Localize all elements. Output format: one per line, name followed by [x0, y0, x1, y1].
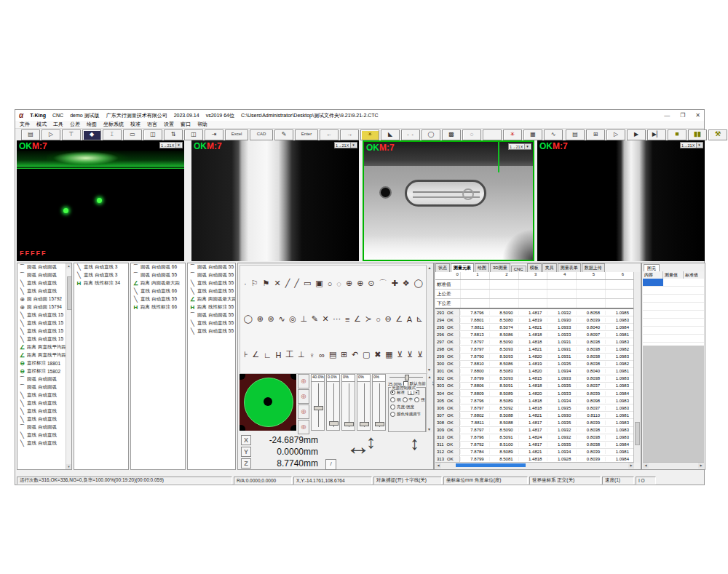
camera-view-2[interactable]: OKM:7 1→21X▾ — [191, 140, 359, 261]
table-row[interactable]: 310OK7.87968.50911.48241.09320.80381.098… — [435, 434, 634, 442]
table-row[interactable]: 297OK7.87978.50901.48181.09310.80381.098… — [435, 338, 634, 346]
toolbar-pen-button[interactable]: ✎ — [274, 129, 293, 140]
table-row[interactable]: 302OK7.87998.50931.48151.09330.80381.098… — [435, 375, 634, 383]
toolbar-star-button[interactable]: ✳ — [503, 129, 522, 140]
list-item[interactable]: ∠距离内圆弧最大距 — [131, 279, 185, 287]
table-row[interactable]: 303OK7.88068.50911.48181.09350.80371.098… — [435, 383, 634, 390]
toolbar-excel-button[interactable]: Excel — [225, 129, 248, 140]
toolbar-move-button[interactable]: ⇥ — [205, 129, 223, 140]
palette-tool-1-10[interactable]: ∠ — [354, 314, 361, 324]
toolbar-probe-button[interactable]: ◆ — [82, 129, 101, 140]
palette-tool-2-10[interactable]: ↶ — [352, 350, 358, 359]
list-item[interactable]: ╲直线自动直线 — [17, 391, 71, 399]
table-row[interactable]: 295OK7.88118.50741.48211.09330.80401.098… — [435, 324, 634, 331]
element-row[interactable] — [643, 335, 704, 343]
radio-weak[interactable] — [390, 397, 395, 402]
element-row[interactable] — [643, 311, 704, 319]
camera2-zoom-select[interactable]: 1→21X▾ — [334, 142, 357, 148]
table-row[interactable]: 299OK7.87908.50931.48201.09310.80381.098… — [435, 354, 634, 361]
slider-thumb[interactable] — [314, 406, 323, 410]
menu-item-5[interactable]: 坐标系统 — [103, 121, 124, 128]
list-item[interactable]: ⊖直径标注18801 — [17, 359, 71, 367]
slider-thumb[interactable] — [375, 422, 384, 426]
palette-tool-1-16[interactable]: ⊾ — [416, 314, 423, 324]
toolbar-matrix-button[interactable]: ▦ — [523, 129, 542, 140]
palette-tool-0-4[interactable]: ╱ — [285, 279, 290, 288]
list-item[interactable]: ∠距离两直线平均距 — [17, 351, 71, 359]
element-row[interactable] — [643, 319, 704, 327]
palette-tool-0-1[interactable]: ⚐ — [251, 279, 258, 288]
table-tab-2[interactable]: 绘图 — [475, 263, 489, 272]
list-item[interactable]: ⌒圆弧自动圆弧 — [17, 263, 71, 271]
toolbar-arrow-right-button[interactable]: → — [340, 129, 359, 140]
light-slider-0[interactable]: 40.0% — [311, 374, 325, 431]
palette-tool-2-3[interactable]: Η — [276, 351, 282, 359]
toolbar-play-to-end-button[interactable]: ▶▏ — [647, 129, 666, 140]
palette-tool-2-16[interactable]: ⊻ — [417, 350, 423, 359]
table-row[interactable]: 312OK7.87848.50891.48211.09340.80391.098… — [435, 449, 634, 456]
palette-tool-0-9[interactable]: ◌ — [336, 279, 341, 288]
palette-tool-1-2[interactable]: ⊛ — [268, 314, 274, 324]
menu-item-8[interactable]: 设置 — [164, 121, 174, 128]
toolbar-open-button[interactable]: ▷ — [41, 129, 60, 140]
list-item[interactable]: ⌒圆弧自动圆弧 55 — [188, 311, 235, 319]
scroll-right-icon[interactable]: ▶ — [698, 463, 704, 469]
palette-tool-2-2[interactable]: ∟ — [264, 351, 272, 359]
list-scrollbar[interactable]: ▲▼ — [66, 263, 71, 469]
list-item[interactable]: ╲直线自动直线 — [17, 431, 71, 439]
toolbar-hammer-button[interactable]: ⚒ — [708, 129, 727, 140]
list-item[interactable]: ╲直线自动直线 15 — [17, 335, 71, 343]
chevron-down-icon[interactable]: ▾ — [696, 143, 702, 148]
table-tab-0[interactable]: 状态 — [435, 263, 450, 272]
camera4-zoom-select[interactable]: 1→21X▾ — [680, 142, 703, 148]
scroll-left-icon[interactable]: ◀ — [435, 463, 441, 469]
light-slider-4[interactable]: 0% — [372, 374, 386, 431]
ring-segment-button-1[interactable]: ◎ — [298, 374, 309, 388]
chevron-down-icon[interactable]: ▾ — [175, 143, 181, 148]
list-item[interactable]: ╲直线自动直线 15 — [17, 319, 71, 327]
table-tab-7[interactable]: 测量表单 — [558, 263, 581, 272]
table-row[interactable]: 306OK7.87978.50921.48181.09350.80371.098… — [435, 404, 634, 412]
palette-tool-2-1[interactable]: ∠ — [252, 350, 259, 359]
mode-combobox[interactable]: 1▾ — [408, 390, 419, 395]
list-item[interactable]: ⌒圆弧自动圆弧 55 — [188, 271, 235, 279]
toolbar-tool-b-button[interactable]: ◫ — [143, 129, 162, 140]
table-horizontal-scrollbar[interactable]: ◀ ▶ — [435, 462, 634, 469]
palette-tool-1-7[interactable]: ✕ — [322, 314, 328, 324]
palette-tool-0-3[interactable]: ✕ — [274, 279, 280, 288]
list-item[interactable]: ╲直线自动直线 55 — [188, 287, 235, 295]
menu-item-10[interactable]: 帮助 — [197, 121, 207, 128]
table-tab-4[interactable]: CNC — [511, 266, 526, 272]
palette-tool-1-1[interactable]: ⊕ — [257, 314, 264, 324]
palette-tool-0-6[interactable]: ▭ — [304, 279, 311, 288]
light-slider-1[interactable]: 0.0% — [326, 374, 340, 431]
toolbar-pause-button[interactable]: ▮▮ — [688, 129, 707, 140]
palette-tool-2-6[interactable]: ♀ — [309, 351, 314, 359]
toolbar-updown-button[interactable]: ⇅ — [164, 129, 183, 140]
list-item[interactable]: ⊕圆自动圆 15794 — [17, 303, 71, 311]
list-item[interactable]: ⊕圆自动圆 15792 — [17, 295, 71, 303]
minimize-button[interactable]: — — [664, 112, 670, 119]
list-item[interactable]: Η距离线性标注 34 — [74, 279, 128, 287]
table-row[interactable]: 301OK7.88008.50831.48201.09340.80401.098… — [435, 368, 634, 375]
toolbar-save-button[interactable]: ▤ — [21, 129, 40, 140]
list-item[interactable]: ╲直线自动直线 — [17, 287, 71, 295]
scroll-down-icon[interactable]: ▼ — [66, 464, 71, 469]
table-tab-6[interactable]: 夹具 — [542, 263, 557, 272]
table-row[interactable]: 298OK7.87978.50931.48211.09310.80381.098… — [435, 346, 634, 353]
toolbar-lasso-button[interactable]: ◌ — [462, 129, 481, 140]
palette-tool-0-11[interactable]: ⊕ — [357, 279, 363, 288]
toolbar-edge-button[interactable]: ⌶ — [103, 129, 122, 140]
list-item[interactable]: ╲直线自动直线 15 — [17, 327, 71, 335]
palette-tool-0-5[interactable]: ╱ — [294, 279, 299, 288]
table-row[interactable]: 294OK7.88018.50801.48191.09300.80391.098… — [435, 316, 634, 324]
list-item[interactable]: ⌒圆弧自动圆弧 — [17, 383, 71, 391]
palette-tool-2-14[interactable]: ⊻ — [397, 350, 403, 359]
toolbar-image-button[interactable]: ◣ — [381, 129, 400, 140]
palette-tool-1-13[interactable]: ⊖ — [385, 314, 392, 324]
menu-item-3[interactable]: 公差 — [70, 121, 80, 128]
list-item[interactable]: ╲直线自动直线 — [17, 399, 71, 407]
palette-tool-1-12[interactable]: ○ — [376, 315, 381, 324]
palette-tool-0-14[interactable]: ✚ — [392, 279, 398, 288]
list-item[interactable]: ╲直线自动直线 3 — [74, 271, 128, 279]
